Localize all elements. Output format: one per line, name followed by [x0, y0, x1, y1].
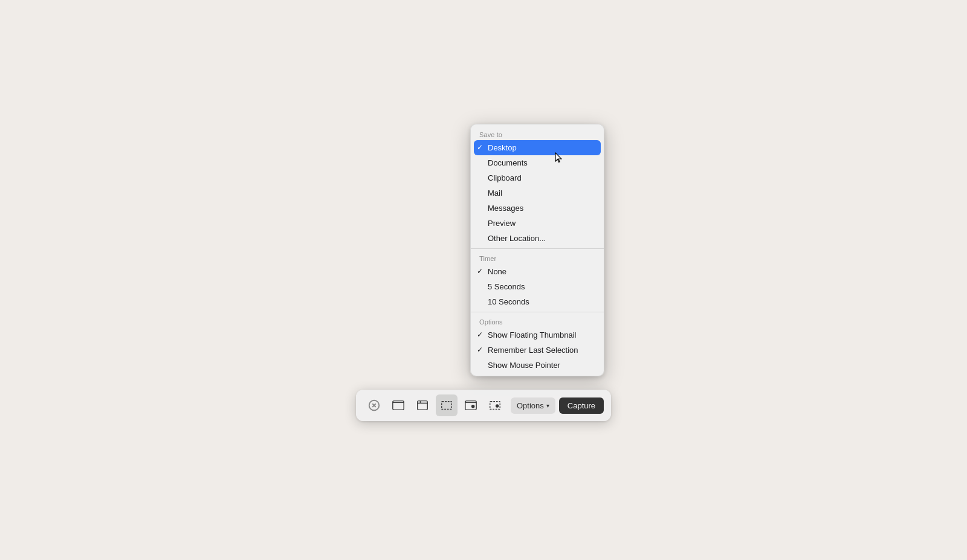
menu-item-documents[interactable]: Documents [471, 155, 604, 170]
toolbar-right-section: Options ▾ Capture [511, 397, 604, 414]
options-label: Options [517, 401, 544, 410]
menu-item-timer-5s[interactable]: 5 Seconds [471, 279, 604, 294]
options-button[interactable]: Options ▾ [511, 397, 555, 414]
menu-item-mail[interactable]: Mail [471, 185, 604, 201]
window-icon [416, 399, 429, 412]
menu-item-desktop[interactable]: Desktop [474, 140, 601, 155]
timer-section-label: Timer [471, 251, 604, 264]
menu-item-messages[interactable]: Messages [471, 201, 604, 216]
menu-item-show-thumbnail[interactable]: Show Floating Thumbnail [471, 327, 604, 343]
svg-rect-6 [442, 402, 452, 410]
save-to-section-label: Save to [471, 127, 604, 140]
selection-button[interactable] [436, 394, 458, 416]
menu-item-remember-selection[interactable]: Remember Last Selection [471, 343, 604, 358]
video-selection-icon [488, 399, 502, 412]
selection-icon [440, 399, 453, 412]
menu-item-show-mouse-pointer[interactable]: Show Mouse Pointer [471, 358, 604, 373]
menu-item-clipboard[interactable]: Clipboard [471, 170, 604, 185]
capture-button[interactable]: Capture [559, 397, 604, 414]
menu-item-timer-none[interactable]: None [471, 264, 604, 279]
full-screen-button[interactable] [387, 394, 409, 416]
options-section-label: Options [471, 315, 604, 327]
screenshot-dropdown-menu: Save to Desktop Documents Clipboard Mail… [470, 124, 604, 376]
video-full-screen-button[interactable] [460, 394, 482, 416]
video-full-screen-icon [464, 399, 477, 412]
svg-point-9 [471, 405, 475, 408]
window-button[interactable] [412, 394, 433, 416]
svg-point-11 [496, 404, 499, 408]
full-screen-icon [392, 399, 405, 412]
video-selection-button[interactable] [484, 394, 506, 416]
capture-label: Capture [568, 401, 595, 410]
chevron-down-icon: ▾ [546, 402, 549, 409]
close-icon [367, 399, 381, 412]
screenshot-toolbar: Options ▾ Capture [356, 390, 611, 421]
close-button[interactable] [363, 394, 385, 416]
menu-item-timer-10s[interactable]: 10 Seconds [471, 294, 604, 309]
svg-rect-3 [418, 401, 428, 410]
separator-1 [471, 248, 604, 249]
separator-2 [471, 312, 604, 312]
menu-item-other-location[interactable]: Other Location... [471, 231, 604, 246]
menu-item-preview[interactable]: Preview [471, 216, 604, 231]
